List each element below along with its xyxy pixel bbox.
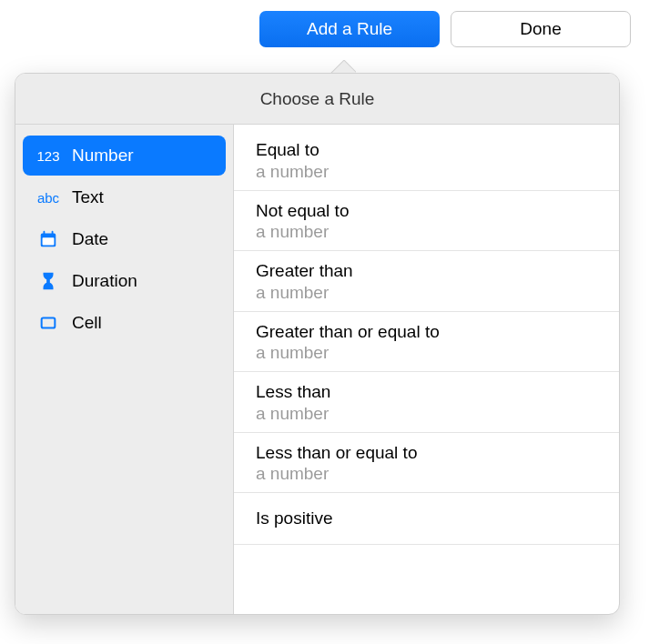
cell-icon	[35, 313, 61, 333]
done-button[interactable]: Done	[451, 11, 631, 47]
sidebar-item-label: Duration	[72, 271, 137, 291]
sidebar-item-cell[interactable]: Cell	[23, 303, 226, 343]
rule-item-not-equal-to[interactable]: Not equal to a number	[234, 191, 619, 252]
rule-title: Not equal to	[256, 200, 597, 222]
rule-item-is-positive[interactable]: Is positive	[234, 493, 619, 545]
rule-subtitle: a number	[256, 221, 597, 243]
popover-body: 123 Number abc Text	[15, 125, 619, 614]
rule-title: Is positive	[256, 508, 597, 529]
sidebar-item-date[interactable]: Date	[23, 219, 226, 259]
rule-title: Greater than	[256, 260, 597, 282]
popover-arrow	[330, 60, 356, 73]
sidebar-item-number[interactable]: 123 Number	[23, 136, 226, 176]
hourglass-icon	[35, 271, 61, 291]
add-rule-button[interactable]: Add a Rule	[259, 11, 440, 47]
rule-title: Less than or equal to	[256, 442, 597, 464]
sidebar-item-label: Text	[72, 187, 104, 207]
rule-subtitle: a number	[256, 403, 597, 425]
calendar-icon	[35, 229, 61, 249]
rule-subtitle: a number	[256, 282, 597, 304]
text-icon: abc	[35, 190, 61, 206]
sidebar-item-label: Date	[72, 229, 108, 249]
rule-item-less-than-or-equal[interactable]: Less than or equal to a number	[234, 433, 619, 494]
rule-subtitle: a number	[256, 342, 597, 364]
toolbar: Add a Rule Done	[259, 11, 631, 47]
rule-title: Less than	[256, 381, 597, 403]
rule-title: Equal to	[256, 139, 597, 161]
rule-item-greater-than[interactable]: Greater than a number	[234, 251, 619, 312]
svg-rect-2	[44, 231, 46, 236]
rule-subtitle: a number	[256, 161, 597, 183]
rules-list[interactable]: Equal to a number Not equal to a number …	[234, 125, 619, 614]
rule-subtitle: a number	[256, 463, 597, 485]
rule-item-greater-than-or-equal[interactable]: Greater than or equal to a number	[234, 312, 619, 373]
sidebar-item-label: Cell	[72, 313, 102, 333]
svg-rect-1	[43, 237, 55, 245]
sidebar-item-text[interactable]: abc Text	[23, 177, 226, 217]
sidebar-item-label: Number	[72, 146, 134, 166]
svg-rect-3	[52, 231, 54, 236]
rule-title: Greater than or equal to	[256, 321, 597, 343]
sidebar-item-duration[interactable]: Duration	[23, 261, 226, 301]
svg-rect-4	[42, 318, 56, 328]
rule-category-sidebar: 123 Number abc Text	[15, 125, 234, 614]
rule-item-less-than[interactable]: Less than a number	[234, 372, 619, 433]
rule-item-equal-to[interactable]: Equal to a number	[234, 130, 619, 191]
number-icon: 123	[35, 148, 61, 164]
popover-title: Choose a Rule	[15, 74, 619, 125]
choose-rule-popover: Choose a Rule 123 Number abc Text	[15, 73, 620, 615]
